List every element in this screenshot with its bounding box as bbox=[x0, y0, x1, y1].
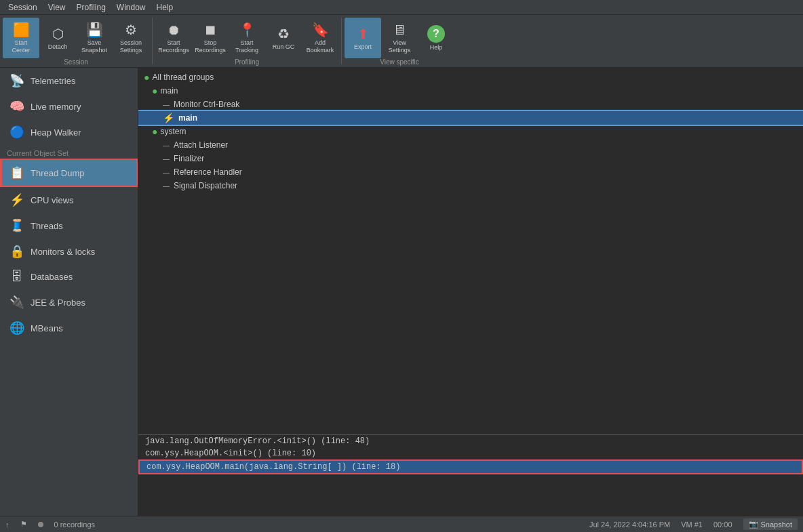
tree-item-main-group[interactable]: ● main bbox=[138, 84, 803, 98]
status-right: Jul 24, 2022 4:04:16 PM VM #1 00:00 📷 Sn… bbox=[589, 518, 798, 530]
sidebar-item-threads[interactable]: 🧵 Threads bbox=[0, 213, 138, 239]
detach-icon: ⬡ bbox=[52, 26, 64, 42]
add-bookmark-icon: 🔖 bbox=[312, 22, 329, 38]
view-settings-icon: 🖥 bbox=[393, 22, 406, 38]
stack-line-3[interactable]: com.ysy.HeapOOM.main(java.lang.String[ ]… bbox=[138, 459, 803, 474]
profiling-group-label: Profiling bbox=[155, 58, 338, 67]
tree-item-monitor-ctrl-break[interactable]: — Monitor Ctrl-Break bbox=[138, 98, 803, 111]
tree-item-all-thread-groups[interactable]: ● All thread groups bbox=[138, 70, 803, 84]
stop-recordings-icon: ⏹ bbox=[203, 22, 217, 38]
main-group-dot: ● bbox=[152, 85, 157, 96]
attach-listener-label: Attach Listener bbox=[174, 140, 228, 150]
stop-recordings-label: StopRecordings bbox=[195, 39, 226, 54]
signal-dispatcher-label: Signal Dispatcher bbox=[174, 181, 237, 190]
tree-item-main-thread[interactable]: ⚡ main bbox=[138, 111, 803, 125]
start-center-icon: 🟧 bbox=[13, 22, 30, 38]
start-center-button[interactable]: 🟧 StartCenter bbox=[3, 18, 39, 58]
snapshot-button[interactable]: 📷 Snapshot bbox=[743, 518, 798, 530]
start-tracking-button[interactable]: 📍 StartTracking bbox=[229, 18, 265, 58]
add-bookmark-label: AddBookmark bbox=[307, 39, 334, 54]
thread-dump-icon: 📋 bbox=[9, 165, 25, 180]
detach-button[interactable]: ⬡ Detach bbox=[39, 18, 76, 58]
live-memory-label: Live memory bbox=[31, 102, 81, 112]
cpu-views-icon: ⚡ bbox=[9, 192, 25, 207]
sidebar-item-mbeans[interactable]: 🌐 MBeans bbox=[0, 315, 138, 341]
stack-line-2[interactable]: com.ysy.HeapOOM.<init>() (line: 10) bbox=[138, 447, 803, 459]
snapshot-icon: 📷 bbox=[749, 520, 758, 529]
view-settings-button[interactable]: 🖥 ViewSettings bbox=[381, 18, 418, 58]
attach-listener-dash: — bbox=[163, 142, 170, 149]
add-bookmark-button[interactable]: 🔖 AddBookmark bbox=[302, 18, 338, 58]
stack-line-1[interactable]: java.lang.OutOfMemoryError.<init>() (lin… bbox=[138, 435, 803, 447]
run-gc-icon: ♻ bbox=[277, 26, 290, 42]
menu-session[interactable]: Session bbox=[3, 1, 43, 14]
help-label: Help bbox=[430, 44, 443, 51]
monitor-ctrl-break-dash: — bbox=[163, 101, 170, 108]
snapshot-label: Snapshot bbox=[761, 520, 792, 529]
jee-probes-icon: 🔌 bbox=[9, 295, 25, 310]
tree-item-attach-listener[interactable]: — Attach Listener bbox=[138, 138, 803, 152]
menu-help[interactable]: Help bbox=[151, 1, 179, 14]
main-thread-label: main bbox=[178, 113, 197, 123]
system-group-label: system bbox=[160, 127, 186, 136]
session-group-label: Session bbox=[3, 58, 149, 67]
tree-item-reference-handler[interactable]: — Reference Handler bbox=[138, 165, 803, 179]
status-bar: ↑ ⚑ 0 recordings Jul 24, 2022 4:04:16 PM… bbox=[0, 516, 803, 532]
help-button[interactable]: ? Help bbox=[418, 18, 454, 58]
threads-label: Threads bbox=[31, 221, 63, 231]
start-recordings-label: StartRecordings bbox=[158, 39, 189, 54]
sidebar-item-telemetries[interactable]: 📡 Telemetries bbox=[0, 68, 138, 94]
start-tracking-label: StartTracking bbox=[235, 39, 258, 54]
mbeans-icon: 🌐 bbox=[9, 321, 25, 335]
tree-item-finalizer[interactable]: — Finalizer bbox=[138, 152, 803, 165]
live-memory-icon: 🧠 bbox=[9, 99, 25, 114]
sidebar-item-thread-dump[interactable]: 📋 Thread Dump bbox=[0, 159, 138, 187]
status-recording-dot bbox=[38, 520, 43, 529]
all-thread-groups-dot: ● bbox=[144, 72, 149, 83]
save-snapshot-label: SaveSnapshot bbox=[81, 39, 107, 54]
status-time: 00:00 bbox=[713, 520, 732, 529]
reference-handler-label: Reference Handler bbox=[174, 167, 242, 177]
monitors-locks-label: Monitors & locks bbox=[31, 247, 95, 257]
menu-window[interactable]: Window bbox=[111, 1, 151, 14]
start-recordings-button[interactable]: ⏺ StartRecordings bbox=[155, 18, 192, 58]
sidebar-item-live-memory[interactable]: 🧠 Live memory bbox=[0, 94, 138, 119]
session-settings-icon: ⚙ bbox=[125, 22, 137, 38]
tree-item-system-group[interactable]: ● system bbox=[138, 125, 803, 138]
databases-icon: 🗄 bbox=[9, 270, 25, 284]
status-timestamp: Jul 24, 2022 4:04:16 PM bbox=[589, 520, 670, 529]
telemetries-label: Telemetries bbox=[31, 76, 75, 86]
start-tracking-icon: 📍 bbox=[239, 22, 256, 38]
save-snapshot-button[interactable]: 💾 SaveSnapshot bbox=[76, 18, 113, 58]
sidebar-item-databases[interactable]: 🗄 Databases bbox=[0, 264, 138, 289]
status-recordings: 0 recordings bbox=[54, 520, 96, 529]
run-gc-button[interactable]: ♻ Run GC bbox=[265, 18, 302, 58]
sidebar-item-jee-probes[interactable]: 🔌 JEE & Probes bbox=[0, 289, 138, 315]
sidebar-item-monitors-locks[interactable]: 🔒 Monitors & locks bbox=[0, 239, 138, 264]
view-specific-group-label: View specific bbox=[345, 58, 454, 67]
run-gc-label: Run GC bbox=[273, 43, 295, 50]
content-area: ● All thread groups ● main — Monitor Ctr… bbox=[138, 68, 803, 516]
status-vm: VM #1 bbox=[681, 520, 703, 529]
menu-view[interactable]: View bbox=[43, 1, 71, 14]
status-flag[interactable]: ⚑ bbox=[20, 520, 27, 529]
heap-walker-icon: 🔵 bbox=[9, 125, 25, 140]
save-snapshot-icon: 💾 bbox=[86, 22, 103, 38]
thread-tree[interactable]: ● All thread groups ● main — Monitor Ctr… bbox=[138, 68, 803, 434]
stack-trace-panel: java.lang.OutOfMemoryError.<init>() (lin… bbox=[138, 434, 803, 516]
detach-label: Detach bbox=[48, 43, 68, 50]
monitors-locks-icon: 🔒 bbox=[9, 244, 25, 259]
stop-recordings-button[interactable]: ⏹ StopRecordings bbox=[192, 18, 229, 58]
tree-item-signal-dispatcher[interactable]: — Signal Dispatcher bbox=[138, 179, 803, 192]
sidebar-item-heap-walker[interactable]: 🔵 Heap Walker bbox=[0, 119, 138, 145]
databases-label: Databases bbox=[31, 272, 73, 282]
status-up-arrow[interactable]: ↑ bbox=[5, 520, 9, 529]
view-settings-label: ViewSettings bbox=[389, 39, 411, 54]
start-recordings-icon: ⏺ bbox=[167, 22, 180, 38]
menu-profiling[interactable]: Profiling bbox=[71, 1, 111, 14]
system-group-dot: ● bbox=[152, 126, 157, 137]
export-button[interactable]: ⬆ Export bbox=[345, 18, 381, 58]
sidebar-item-cpu-views[interactable]: ⚡ CPU views bbox=[0, 187, 138, 213]
help-icon: ? bbox=[427, 25, 445, 43]
session-settings-button[interactable]: ⚙ SessionSettings bbox=[113, 18, 149, 58]
